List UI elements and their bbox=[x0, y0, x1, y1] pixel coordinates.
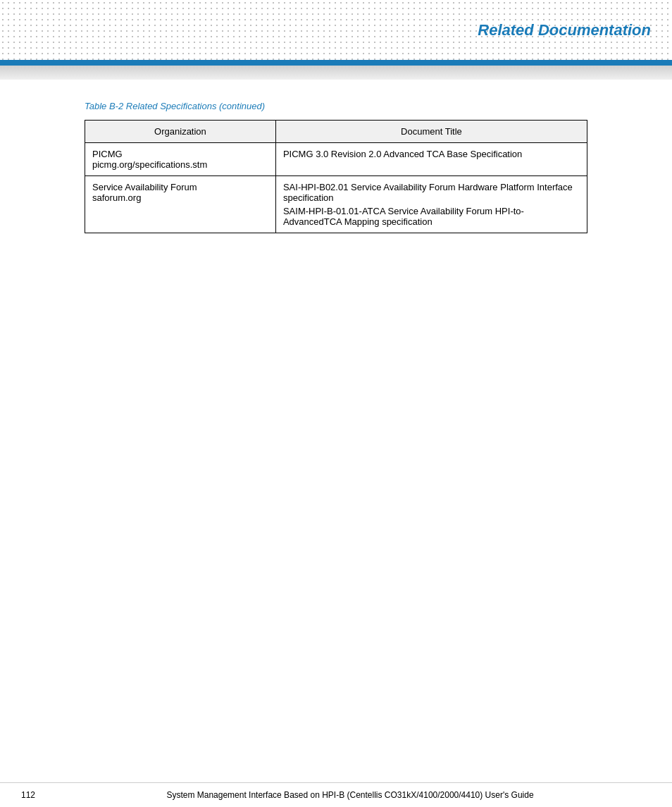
org-name-picmg: PICMG bbox=[92, 149, 268, 159]
org-name-saf: Service Availability Forum bbox=[92, 182, 268, 192]
doc-cell-picmg: PICMG 3.0 Revision 2.0 Advanced TCA Base… bbox=[275, 143, 587, 176]
footer-page-number: 112 bbox=[21, 790, 49, 800]
header: Related Documentation bbox=[0, 0, 672, 60]
page-title: Related Documentation bbox=[478, 21, 651, 39]
column-header-document-title: Document Title bbox=[275, 121, 587, 143]
table-row: Service Availability Forum saforum.org S… bbox=[85, 176, 587, 233]
table-header-row: Organization Document Title bbox=[85, 121, 587, 143]
footer: 112 System Management Interface Based on… bbox=[0, 782, 672, 807]
blue-accent-bar bbox=[0, 60, 672, 66]
specifications-table: Organization Document Title PICMG picmg.… bbox=[85, 120, 587, 233]
footer-document-title: System Management Interface Based on HPI… bbox=[49, 790, 651, 800]
doc-entry-saf-0: SAI-HPI-B02.01 Service Availability Foru… bbox=[283, 182, 580, 203]
column-header-organization: Organization bbox=[85, 121, 276, 143]
header-title-container: Related Documentation bbox=[478, 21, 651, 39]
org-url-picmg: picmg.org/specifications.stm bbox=[92, 159, 268, 170]
table-caption: Table B-2 Related Specifications (contin… bbox=[85, 101, 587, 111]
doc-entry-saf-1: SAIM-HPI-B-01.01-ATCA Service Availabili… bbox=[283, 206, 580, 227]
doc-entry-picmg-0: PICMG 3.0 Revision 2.0 Advanced TCA Base… bbox=[283, 149, 580, 159]
doc-cell-saf: SAI-HPI-B02.01 Service Availability Foru… bbox=[275, 176, 587, 233]
main-content: Table B-2 Related Specifications (contin… bbox=[0, 80, 672, 276]
table-row: PICMG picmg.org/specifications.stm PICMG… bbox=[85, 143, 587, 176]
org-cell-picmg: PICMG picmg.org/specifications.stm bbox=[85, 143, 276, 176]
org-cell-saf: Service Availability Forum saforum.org bbox=[85, 176, 276, 233]
gray-gradient-bar bbox=[0, 66, 672, 80]
org-url-saf: saforum.org bbox=[92, 192, 268, 203]
